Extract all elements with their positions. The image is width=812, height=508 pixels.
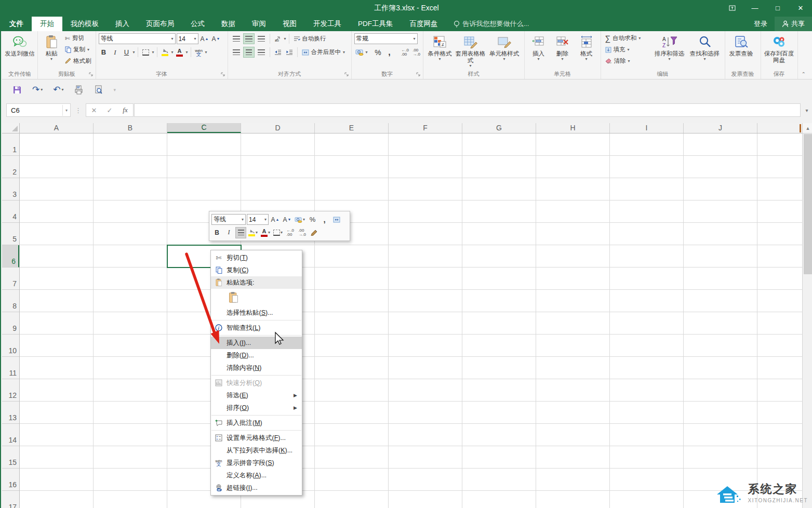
- select-all-button[interactable]: [2, 123, 20, 133]
- mini-fill-color-button[interactable]: ▾: [247, 227, 259, 238]
- sign-in-button[interactable]: 登录: [747, 19, 775, 29]
- increase-decimal-button[interactable]: ←.0.00: [400, 47, 410, 58]
- decrease-decimal-button[interactable]: .00→.0: [411, 47, 422, 58]
- decrease-indent-button[interactable]: [273, 47, 283, 58]
- menu-item-delete[interactable]: 删除(D)...: [211, 349, 302, 362]
- row-header-8[interactable]: 8: [2, 290, 19, 312]
- mini-font-size-combo[interactable]: 14▾: [247, 214, 269, 225]
- align-top-button[interactable]: [231, 33, 242, 44]
- tab-review[interactable]: 审阅: [244, 17, 274, 31]
- mini-format-painter-button[interactable]: [309, 227, 320, 238]
- grow-font-button[interactable]: A▲: [199, 33, 210, 44]
- find-select-button[interactable]: 查找和选择 ▾: [688, 33, 722, 70]
- align-right-button[interactable]: [256, 47, 267, 58]
- row-header-2[interactable]: 2: [2, 156, 19, 178]
- row-header-13[interactable]: 13: [2, 402, 19, 424]
- row-header-9[interactable]: 9: [2, 312, 19, 335]
- copy-button[interactable]: 复制▾: [63, 44, 93, 55]
- customize-qat-button[interactable]: ▾: [111, 83, 119, 97]
- column-header-A[interactable]: A: [20, 123, 94, 133]
- conditional-formatting-button[interactable]: ≠ 条件格式 ▾: [426, 33, 454, 70]
- borders-button[interactable]: [141, 47, 151, 58]
- scrollbar-thumb[interactable]: [804, 134, 812, 274]
- bold-button[interactable]: B: [99, 47, 109, 58]
- save-to-baidu-button[interactable]: 保存到百度网盘: [764, 33, 795, 70]
- row-header-3[interactable]: 3: [2, 178, 19, 200]
- column-header-C[interactable]: C: [167, 123, 241, 133]
- mini-italic-button[interactable]: I: [223, 227, 234, 238]
- accounting-format-button[interactable]: [354, 47, 365, 58]
- fill-button[interactable]: 填充▾: [604, 44, 651, 55]
- tab-page-layout[interactable]: 页面布局: [138, 17, 182, 31]
- font-name-combo[interactable]: 等线▾: [99, 33, 176, 44]
- percent-style-button[interactable]: %: [373, 47, 383, 58]
- number-format-combo[interactable]: 常规▾: [354, 33, 418, 44]
- tab-view[interactable]: 视图: [274, 17, 305, 31]
- close-button[interactable]: ✕: [789, 0, 812, 16]
- mini-shrink-font-button[interactable]: A▼: [282, 214, 292, 225]
- paste-button[interactable]: 粘贴 ▾: [41, 33, 62, 70]
- menu-item-copy[interactable]: 复制(C): [211, 264, 302, 276]
- tab-data[interactable]: 数据: [213, 17, 244, 31]
- row-header-15[interactable]: 15: [2, 446, 19, 469]
- align-left-button[interactable]: [231, 47, 242, 58]
- row-header-14[interactable]: 14: [2, 424, 19, 446]
- font-color-button[interactable]: A: [175, 47, 185, 58]
- column-header-H[interactable]: H: [536, 123, 610, 133]
- shrink-font-button[interactable]: A▼: [211, 33, 221, 44]
- share-button[interactable]: 共享: [775, 17, 812, 31]
- maximize-button[interactable]: □: [766, 0, 789, 16]
- column-header-J[interactable]: J: [684, 123, 757, 133]
- delete-cells-button[interactable]: 删除 ▾: [551, 33, 574, 70]
- mini-decrease-decimal-button[interactable]: .00→.0: [297, 227, 308, 238]
- redo-button[interactable]: ↷▾: [29, 83, 46, 97]
- menu-item-paste-options[interactable]: 粘贴选项:: [211, 276, 302, 289]
- column-header-D[interactable]: D: [241, 123, 315, 133]
- vertical-scrollbar[interactable]: ▲: [802, 123, 812, 508]
- mini-merge-button[interactable]: [331, 214, 342, 225]
- mini-font-color-button[interactable]: A▾: [260, 227, 271, 238]
- alignment-dialog-launcher[interactable]: [344, 72, 350, 78]
- align-middle-button[interactable]: [243, 33, 255, 44]
- formula-bar-grip[interactable]: ⋮: [71, 106, 86, 114]
- row-header-6[interactable]: 6: [2, 245, 19, 268]
- column-header-G[interactable]: G: [462, 123, 536, 133]
- name-box-caret[interactable]: ▾: [62, 105, 70, 116]
- menu-item-paste-keep-source[interactable]: [227, 291, 240, 304]
- mini-grow-font-button[interactable]: A▲: [270, 214, 281, 225]
- menu-item-pick-from-list[interactable]: 从下拉列表中选择(K)...: [211, 444, 302, 457]
- italic-button[interactable]: I: [110, 47, 121, 58]
- menu-item-filter[interactable]: 筛选(E)▶: [211, 389, 302, 402]
- format-cells-button[interactable]: 格式 ▾: [575, 33, 598, 70]
- row-header-12[interactable]: 12: [2, 379, 19, 402]
- format-as-table-button[interactable]: 套用表格格式 ▾: [455, 33, 486, 70]
- row-header-7[interactable]: 7: [2, 268, 19, 290]
- mini-increase-decimal-button[interactable]: ←.0.00: [285, 227, 296, 238]
- fill-color-button[interactable]: [160, 47, 170, 58]
- scroll-up-button[interactable]: ▲: [803, 123, 812, 133]
- orientation-button[interactable]: ab: [273, 33, 283, 44]
- confirm-entry-button[interactable]: ✓: [102, 106, 117, 114]
- invoice-check-button[interactable]: 发票查验: [728, 33, 755, 70]
- column-header-B[interactable]: B: [94, 123, 167, 133]
- mini-bold-button[interactable]: B: [211, 227, 222, 238]
- column-header-E[interactable]: E: [315, 123, 389, 133]
- mini-align-center-button[interactable]: [235, 227, 246, 238]
- underline-button[interactable]: U: [122, 47, 132, 58]
- menu-item-insert-comment[interactable]: 插入批注(M): [211, 417, 302, 429]
- cancel-entry-button[interactable]: ✕: [86, 106, 102, 114]
- menu-item-define-name[interactable]: 定义名称(A)...: [211, 469, 302, 482]
- autosum-button[interactable]: ∑自动求和▾: [604, 33, 651, 44]
- name-box[interactable]: C6▾: [6, 103, 71, 117]
- collapse-ribbon-button[interactable]: ⌃: [802, 71, 806, 77]
- print-preview-button[interactable]: [91, 83, 107, 97]
- tab-formulas[interactable]: 公式: [182, 17, 213, 31]
- sort-filter-button[interactable]: AZ 排序和筛选 ▾: [653, 33, 687, 70]
- row-header-1[interactable]: 1: [2, 133, 19, 156]
- quick-print-button[interactable]: [71, 83, 87, 97]
- cut-button[interactable]: ✄剪切: [63, 33, 93, 44]
- clear-button[interactable]: 清除▾: [604, 56, 651, 66]
- tab-insert[interactable]: 插入: [107, 17, 138, 31]
- column-header-F[interactable]: F: [389, 123, 462, 133]
- formula-input[interactable]: [134, 103, 801, 117]
